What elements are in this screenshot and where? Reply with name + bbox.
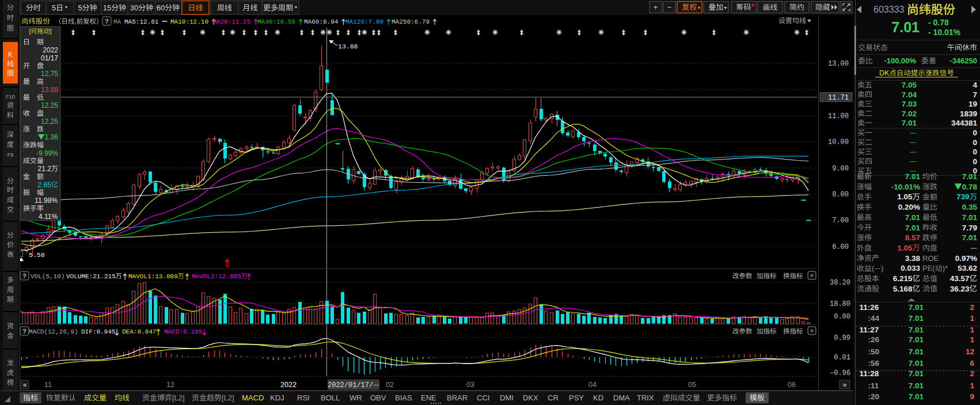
svg-text:1.05: 1.05 (897, 192, 913, 201)
svg-text:12.25: 12.25 (41, 118, 58, 126)
svg-text:BIAS: BIAS (395, 393, 412, 402)
svg-text:7.04: 7.04 (902, 90, 917, 99)
svg-text:7.01: 7.01 (902, 119, 917, 127)
svg-text:VOLUME:21.215: VOLUME:21.215 (66, 273, 116, 280)
svg-text:S: S (225, 262, 229, 268)
svg-text:53.62: 53.62 (958, 264, 977, 272)
svg-text:06: 06 (788, 381, 796, 389)
svg-text:3.38: 3.38 (905, 254, 921, 263)
svg-text:7.03: 7.03 (902, 100, 917, 108)
svg-text:RSI: RSI (297, 393, 310, 402)
svg-text:9: 9 (970, 392, 975, 401)
svg-text:−: − (667, 3, 672, 12)
svg-text:8.57: 8.57 (905, 233, 920, 242)
svg-text:7.79: 7.79 (962, 224, 977, 232)
svg-text:+: + (654, 3, 658, 12)
svg-text:×: × (810, 327, 814, 334)
svg-text:21.2: 21.2 (38, 165, 52, 173)
svg-text:9.00: 9.00 (832, 165, 849, 173)
svg-text:0.97%: 0.97% (955, 254, 977, 263)
svg-text:MACD:0.195: MACD:0.195 (164, 328, 202, 335)
svg-text:11: 11 (44, 381, 52, 389)
svg-text:-346250: -346250 (949, 56, 977, 65)
svg-text:- 10.01%: - 10.01% (928, 28, 961, 37)
svg-text:MACD(12,26,9): MACD(12,26,9) (29, 328, 78, 335)
svg-text:7.01: 7.01 (909, 335, 924, 344)
svg-text:-10.01%: -10.01% (891, 183, 920, 191)
svg-text:0.20%: 0.20% (898, 203, 920, 211)
svg-text:0.00: 0.00 (834, 313, 850, 321)
svg-text:MAVOL2:12.895: MAVOL2:12.895 (192, 273, 241, 280)
svg-text:7.01: 7.01 (891, 19, 920, 35)
svg-text:30: 30 (130, 3, 138, 12)
svg-text:19: 19 (968, 100, 977, 108)
svg-text:ROE: ROE (922, 254, 939, 263)
svg-text:01/17: 01/17 (41, 54, 58, 62)
svg-text:?: ? (105, 18, 109, 25)
svg-text:739: 739 (956, 192, 970, 201)
svg-text:6.215: 6.215 (893, 274, 913, 283)
svg-text:MA60:8.94: MA60:8.94 (304, 18, 339, 25)
svg-text:0.01: 0.01 (834, 354, 850, 362)
svg-text:DMI: DMI (500, 393, 514, 402)
svg-text:04: 04 (588, 381, 597, 389)
svg-text:13.00: 13.00 (828, 60, 849, 68)
svg-text:12: 12 (166, 381, 174, 389)
svg-text:1: 1 (970, 325, 975, 334)
svg-text:7.01: 7.01 (962, 213, 978, 222)
svg-text:F10: F10 (6, 94, 15, 100)
svg-text:MA30:10.56: MA30:10.56 (257, 18, 295, 25)
svg-text:»: » (843, 381, 847, 389)
svg-text:[: [ (29, 28, 31, 35)
svg-text:K: K (8, 51, 13, 59)
svg-text::44: :44 (868, 314, 880, 323)
svg-text:10.00: 10.00 (828, 138, 849, 146)
svg-text:0: 0 (973, 138, 978, 147)
svg-text:0.033: 0.033 (901, 264, 920, 272)
svg-text:2022: 2022 (280, 381, 297, 389)
svg-text:WR: WR (350, 393, 362, 402)
svg-text:ENE: ENE (421, 393, 436, 402)
svg-text:7.00: 7.00 (832, 217, 849, 225)
svg-text:5: 5 (78, 3, 82, 12)
svg-text::56: :56 (868, 359, 880, 368)
svg-text:KDJ: KDJ (270, 393, 284, 402)
svg-text:MA5:12.61: MA5:12.61 (124, 18, 159, 25)
svg-text:MA20:11.25: MA20:11.25 (212, 18, 250, 25)
svg-text:[L2]: [L2] (172, 393, 185, 402)
svg-text:7.01: 7.01 (905, 224, 921, 232)
svg-text:F9: F9 (7, 152, 14, 158)
svg-text:603333: 603333 (873, 5, 904, 14)
svg-text:7.05: 7.05 (902, 81, 917, 89)
svg-text:7.01: 7.01 (909, 314, 924, 323)
svg-text:DKX: DKX (523, 393, 538, 402)
svg-text:- 0.78: - 0.78 (928, 18, 949, 27)
svg-text:11:27: 11:27 (860, 325, 879, 334)
svg-text:DMA: DMA (613, 393, 630, 402)
svg-text:MA120:7.90: MA120:7.90 (345, 18, 383, 25)
svg-text:15: 15 (103, 3, 111, 12)
svg-text:0.78: 0.78 (962, 183, 978, 191)
svg-text:38.20: 38.20 (830, 279, 850, 287)
svg-text:12.25: 12.25 (41, 101, 58, 109)
svg-text:TRIX: TRIX (637, 393, 654, 402)
svg-text:7.01: 7.01 (909, 392, 924, 401)
svg-text:−0.96: −0.96 (830, 369, 850, 377)
svg-text:VOL(5,10): VOL(5,10) (31, 273, 64, 280)
svg-text::20: :20 (868, 392, 880, 401)
svg-text:0.99: 0.99 (834, 334, 850, 342)
svg-text:5.168: 5.168 (893, 285, 913, 293)
svg-text:1: 1 (970, 314, 975, 323)
svg-text:BOLL: BOLL (321, 393, 340, 402)
svg-text::11: :11 (868, 381, 879, 390)
svg-text:1.36: 1.36 (45, 133, 59, 141)
svg-text:MAVOL1:13.089: MAVOL1:13.089 (128, 273, 178, 280)
svg-text:MACD: MACD (242, 393, 264, 402)
svg-text:05: 05 (688, 381, 696, 389)
svg-text:7.01: 7.01 (909, 381, 924, 390)
svg-text:4: 4 (973, 81, 978, 89)
svg-text:13.88: 13.88 (41, 86, 58, 94)
svg-text:OBV: OBV (370, 393, 386, 402)
svg-text:1.05: 1.05 (897, 244, 913, 252)
svg-text:7.01: 7.01 (909, 325, 924, 334)
